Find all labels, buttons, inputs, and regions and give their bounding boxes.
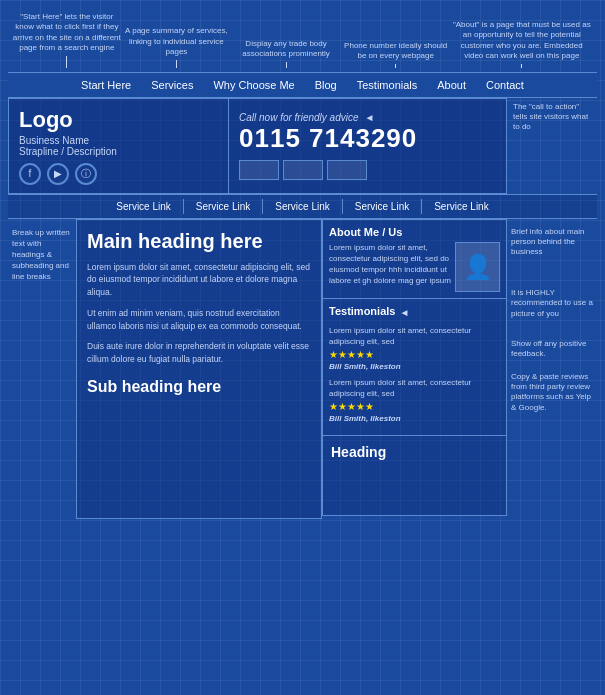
main-para-3: Duis aute irure dolor in reprehenderit i… [87,340,311,366]
nav-contact[interactable]: Contact [476,77,534,93]
tagline: Strapline / Description [19,146,218,157]
annotation-line [521,64,522,68]
avatar: 👤 [455,242,500,292]
service-link-4[interactable]: Service Link [343,199,422,214]
youtube-icon[interactable]: ▶ [47,163,69,185]
annotation-phone-text: Phone number ideally should be on every … [341,41,451,62]
about-section: About Me / Us Lorem ipsum dolor sit amet… [322,219,507,299]
annotation-line [176,60,177,68]
call-arrow: ◄ [365,112,375,123]
business-name: Business Name [19,135,218,146]
left-ann-text: Break up written text with headings & su… [12,228,70,282]
service-link-3[interactable]: Service Link [263,199,342,214]
logo: Logo [19,107,218,133]
nav-about[interactable]: About [427,77,476,93]
testimonial-1-stars: ★★★★★ [329,349,500,360]
header-left: Logo Business Name Strapline / Descripti… [9,99,229,193]
content-row: Break up written text with headings & su… [8,219,597,519]
annotation-services-text: A page summary of services, linking to i… [122,26,232,57]
left-annotation: Break up written text with headings & su… [8,219,76,519]
services-bar: Service Link Service Link Service Link S… [8,194,597,219]
about-content: Lorem ipsum dolor sit amet, consectetur … [329,242,500,292]
cta-box-3[interactable] [327,160,367,180]
annotation-about-text: "About" is a page that must be used as a… [451,20,594,62]
testimonials-section: Testimonials ◄ Lorem ipsum dolor sit ame… [322,299,507,437]
about-title: About Me / Us [329,226,500,238]
recommended-photo-annotation: It is HIGHLY recommended to use a pictur… [511,288,593,319]
about-person-annotation: Brief info about main person behind the … [511,227,593,258]
main-body: Main heading here Lorem ipsum dolor sit … [76,219,322,519]
facebook-icon[interactable]: f [19,163,41,185]
testimonial-2-stars: ★★★★★ [329,401,500,412]
person-icon: 👤 [463,253,493,281]
main-para-2: Ut enim ad minim veniam, quis nostrud ex… [87,307,311,333]
annotation-start-here: "Start Here" lets the visitor know what … [12,12,122,72]
annotation-why-choose-text: Display any trade body associations prom… [231,39,341,60]
annotation-phone: Phone number ideally should be on every … [341,41,451,72]
nav-start-here[interactable]: Start Here [71,77,141,93]
right-annotations: Brief info about main person behind the … [507,219,597,519]
testimonial-2: Lorem ipsum dolor sit amet, consectetur … [329,377,500,423]
call-to-action-ann-text: The "call to action" tells site visitors… [513,102,593,133]
nav-blog[interactable]: Blog [305,77,347,93]
main-para-1: Lorem ipsum dolor sit amet, consectetur … [87,261,311,299]
testimonials-ann-2: Copy & paste reviews from third party re… [511,372,593,414]
right-sidebar: About Me / Us Lorem ipsum dolor sit amet… [322,219,507,519]
nav-why-choose-me[interactable]: Why Choose Me [203,77,304,93]
bottom-heading: Heading [331,444,386,460]
testimonial-1-text: Lorem ipsum dolor sit amet, consectetur … [329,325,500,347]
annotation-line [66,56,67,68]
testimonial-1-reviewer: Bill Smith, Ilkeston [329,362,500,371]
about-text: Lorem ipsum dolor sit amet, consectetur … [329,242,451,292]
social-icons: f ▶ ⓘ [19,163,218,185]
phone-number: 0115 7143290 [239,123,417,154]
testimonials-ann-1: Show off any positive feedback. [511,339,593,360]
testimonial-1: Lorem ipsum dolor sit amet, consectetur … [329,325,500,371]
instagram-icon[interactable]: ⓘ [75,163,97,185]
bottom-heading-section: Heading [322,436,507,516]
service-link-2[interactable]: Service Link [184,199,263,214]
testimonials-arrow: ◄ [399,307,409,318]
service-link-1[interactable]: Service Link [104,199,183,214]
cta-box-2[interactable] [283,160,323,180]
annotation-why-choose: Display any trade body associations prom… [231,39,341,72]
header-right: Call now for friendly advice ◄ 0115 7143… [229,99,506,193]
testimonials-title: Testimonials [329,305,395,317]
service-link-5[interactable]: Service Link [422,199,500,214]
call-to-action-annotation: The "call to action" tells site visitors… [507,98,597,194]
testimonial-2-reviewer: Bill Smith, Ilkeston [329,414,500,423]
annotation-services: A page summary of services, linking to i… [122,26,232,71]
cta-box-1[interactable] [239,160,279,180]
call-now-label: Call now for friendly advice [239,112,359,123]
nav-services[interactable]: Services [141,77,203,93]
cta-boxes [239,160,367,180]
annotation-about: "About" is a page that must be used as a… [451,20,594,72]
nav-bar: Start Here Services Why Choose Me Blog T… [8,72,597,98]
main-heading: Main heading here [87,230,311,253]
testimonial-2-text: Lorem ipsum dolor sit amet, consectetur … [329,377,500,399]
sub-heading: Sub heading here [87,378,311,396]
annotation-line [286,62,287,68]
nav-testimonials[interactable]: Testimonials [347,77,428,93]
annotation-start-here-text: "Start Here" lets the visitor know what … [12,12,122,54]
annotation-line [395,64,396,68]
